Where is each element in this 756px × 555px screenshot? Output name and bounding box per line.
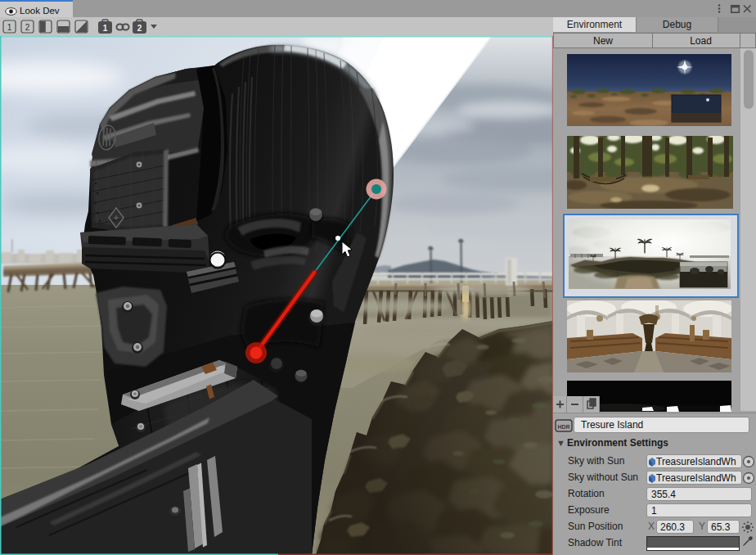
svg-text:2: 2 — [25, 23, 30, 32]
svg-text:HDR: HDR — [557, 424, 569, 430]
svg-text:2: 2 — [137, 24, 142, 33]
svg-text:1: 1 — [103, 24, 108, 33]
svg-text:1: 1 — [7, 23, 12, 32]
